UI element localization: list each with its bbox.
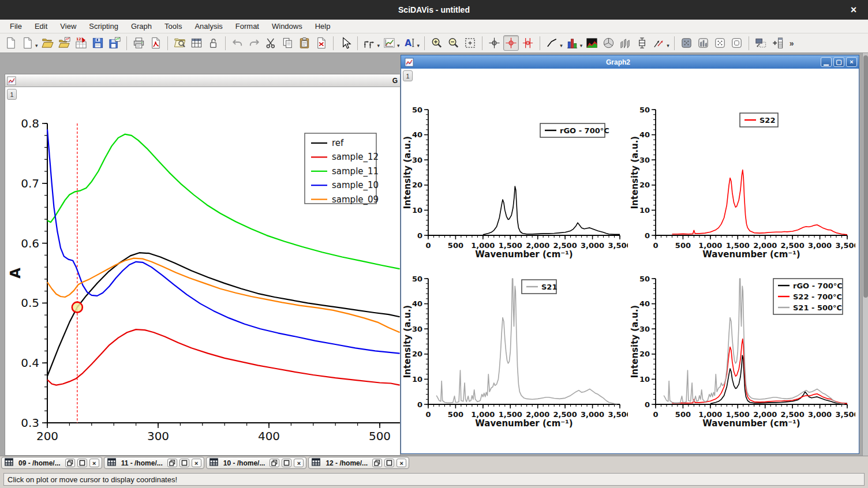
open-template-icon[interactable]	[57, 35, 72, 51]
vector-plot-dropdown-caret[interactable]: ▾	[667, 43, 669, 48]
redo-icon[interactable]	[246, 35, 262, 51]
plot3d-volume-icon[interactable]	[729, 35, 744, 51]
tab-maximize-icon[interactable]	[77, 459, 87, 467]
graph1-layer-button[interactable]: 1	[7, 89, 17, 100]
save-template-icon[interactable]	[107, 35, 122, 51]
tab-restore-icon[interactable]	[372, 459, 382, 467]
menu-tools[interactable]: Tools	[158, 21, 188, 32]
tab-close-icon[interactable]: ×	[192, 459, 201, 467]
delete-selection-icon[interactable]	[313, 35, 329, 51]
window-tab-12[interactable]: 12 - /home/...×	[308, 457, 409, 469]
raman-legend[interactable]: S22	[740, 113, 778, 127]
menu-edit[interactable]: Edit	[28, 21, 54, 32]
vector-plot-icon[interactable]	[651, 35, 667, 51]
raman-chart[interactable]: 05001,0001,5002,0002,5003,0003,500010203…	[630, 272, 855, 429]
window-tab-11[interactable]: 11 - /home/...×	[104, 457, 204, 469]
export-pdf-icon[interactable]	[148, 35, 163, 51]
cut-icon[interactable]	[263, 35, 279, 51]
graph2-close-icon[interactable]: ×	[846, 57, 857, 67]
area-plot-icon[interactable]	[584, 35, 600, 51]
menu-format[interactable]: Format	[229, 21, 265, 32]
lock-toolbars-icon[interactable]	[205, 35, 221, 51]
raman-subplot-s22[interactable]: 05001,0001,5002,0002,5003,0003,500010203…	[630, 103, 855, 262]
graph2-window[interactable]: Graph2 ▁ ▢ × 1 05001,0001,5002,0002,5003…	[401, 55, 859, 454]
tab-close-icon[interactable]: ×	[89, 459, 99, 467]
toolbar-overflow-icon[interactable]: »	[786, 39, 798, 48]
raman-subplot-combined[interactable]: 05001,0001,5002,0002,5003,0003,500010203…	[630, 272, 855, 431]
zoom-out-icon[interactable]	[446, 35, 461, 51]
new-project-icon[interactable]	[3, 35, 18, 51]
plot3d-surface-icon[interactable]	[679, 35, 694, 51]
text-tool-icon[interactable]: A	[402, 35, 417, 51]
uvvis-plot-canvas[interactable]: 2003004005000.30.40.50.60.70.8Arefsample…	[5, 87, 400, 455]
line-plot-icon[interactable]	[544, 35, 560, 51]
results-log-icon[interactable]	[189, 35, 204, 51]
tab-maximize-icon[interactable]	[179, 459, 189, 467]
window-tab-10[interactable]: 10 - /home/...×	[206, 457, 307, 469]
save-project-icon[interactable]	[90, 35, 106, 51]
menu-view[interactable]: View	[54, 21, 83, 32]
bar-plot-icon[interactable]	[564, 35, 580, 51]
app-close-icon[interactable]: ×	[845, 0, 862, 20]
import-ascii-icon[interactable]: 123	[73, 35, 89, 51]
graph2-titlebar[interactable]: Graph2 ▁ ▢ ×	[401, 55, 859, 69]
window-tab-09[interactable]: 09 - /home/...×	[1, 457, 102, 469]
tab-close-icon[interactable]: ×	[396, 459, 406, 467]
graph2-layer-button[interactable]: 1	[403, 70, 413, 81]
copy-icon[interactable]	[280, 35, 295, 51]
raman-chart[interactable]: 05001,0001,5002,0002,5003,0003,500010203…	[630, 103, 855, 260]
plot3d-scatter-icon[interactable]	[712, 35, 728, 51]
workspace-vertical-scrollbar[interactable]	[862, 53, 868, 456]
tab-restore-icon[interactable]	[167, 459, 177, 467]
screen-reader-icon[interactable]	[487, 35, 502, 51]
tab-restore-icon[interactable]	[270, 459, 279, 467]
menu-help[interactable]: Help	[309, 21, 337, 32]
scrollbar-thumb[interactable]	[863, 55, 868, 298]
menu-windows[interactable]: Windows	[265, 21, 309, 32]
graph2-minimize-icon[interactable]: ▁	[821, 57, 832, 67]
print-icon[interactable]	[131, 35, 147, 51]
pie-plot-icon[interactable]	[601, 35, 616, 51]
menu-analysis[interactable]: Analysis	[188, 21, 229, 32]
line-plot-dropdown-caret[interactable]: ▾	[560, 43, 563, 48]
plot-style-icon[interactable]	[362, 35, 377, 51]
bar-plot-dropdown-caret[interactable]: ▾	[580, 43, 583, 48]
menu-graph[interactable]: Graph	[125, 21, 158, 32]
bars-3d-icon[interactable]	[618, 35, 633, 51]
raman-legend[interactable]: rGO - 700°C	[540, 123, 609, 137]
rescale-icon[interactable]	[462, 35, 478, 51]
add-column-icon[interactable]	[770, 35, 785, 51]
menu-file[interactable]: File	[3, 21, 28, 32]
plot-style-dropdown-caret[interactable]: ▾	[377, 43, 380, 48]
new-aspect-dropdown-caret[interactable]: ▾	[35, 43, 38, 48]
tab-close-icon[interactable]: ×	[294, 459, 304, 467]
app-titlebar[interactable]: SciDAVis - untitled ×	[0, 0, 868, 20]
undo-icon[interactable]	[230, 35, 245, 51]
project-explorer-icon[interactable]	[172, 35, 188, 51]
menu-scripting[interactable]: Scripting	[83, 21, 125, 32]
raman-legend[interactable]: S21	[522, 280, 557, 294]
uvvis-legend[interactable]: refsample_12sample_11sample_10sample_09	[305, 133, 379, 205]
graph1-titlebar[interactable]: G	[5, 74, 400, 87]
plot3d-bars-icon[interactable]	[695, 35, 711, 51]
tab-restore-icon[interactable]	[65, 459, 75, 467]
raman-chart[interactable]: 05001,0001,5002,0002,5003,0003,500010203…	[403, 272, 628, 429]
select-range-icon[interactable]	[520, 35, 536, 51]
zoom-in-icon[interactable]	[429, 35, 444, 51]
pointer-icon[interactable]	[338, 35, 353, 51]
layer-style-icon[interactable]	[381, 35, 397, 51]
uvvis-chart[interactable]: 2003004005000.30.40.50.60.70.8Arefsample…	[5, 87, 400, 455]
graph2-maximize-icon[interactable]: ▢	[833, 57, 844, 67]
new-aspect-icon[interactable]	[20, 35, 35, 51]
layer-style-dropdown-caret[interactable]: ▾	[397, 43, 400, 48]
box-plot-icon[interactable]	[634, 35, 650, 51]
raman-subplot-rgo[interactable]: 05001,0001,5002,0002,5003,0003,500010203…	[403, 103, 628, 262]
raman-subplot-s21[interactable]: 05001,0001,5002,0002,5003,0003,500010203…	[403, 272, 628, 431]
open-project-icon[interactable]	[40, 35, 55, 51]
graph1-window[interactable]: G 1 2003004005000.30.40.50.60.70.8Arefsa…	[5, 74, 401, 456]
text-tool-dropdown-caret[interactable]: ▾	[417, 43, 420, 48]
data-reader-marker[interactable]	[72, 302, 83, 313]
tab-maximize-icon[interactable]	[282, 459, 291, 467]
data-reader-icon[interactable]	[503, 35, 519, 51]
raman-legend[interactable]: rGO - 700°CS22 - 700°CS21 - 500°C	[773, 279, 843, 314]
